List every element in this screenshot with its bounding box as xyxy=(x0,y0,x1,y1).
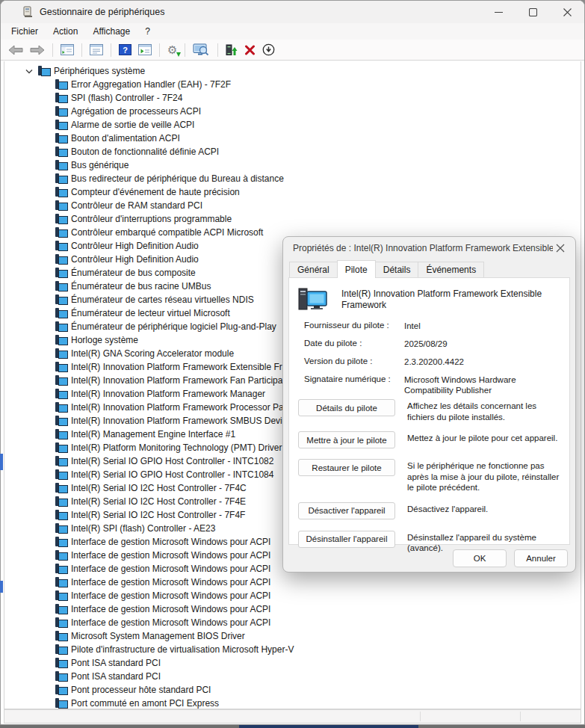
tree-item-label: Interface de gestion Microsoft Windows p… xyxy=(71,590,270,601)
dialog-close-icon[interactable] xyxy=(553,241,568,256)
driver-field-row: Version du pilote : 2.3.20200.4422 xyxy=(304,357,559,367)
tree-item-label: Interface de gestion Microsoft Windows p… xyxy=(71,537,270,547)
driver-action-button[interactable]: Désactiver l'appareil xyxy=(298,502,395,519)
statusbar xyxy=(4,709,581,724)
update-driver-software-icon[interactable]: ⚙ xyxy=(166,43,179,56)
tree-item[interactable]: SPI (flash) Controller - 7F24 xyxy=(4,91,581,105)
export-list-icon[interactable] xyxy=(137,43,153,56)
tree-item-label: Port commuté en amont PCI Express xyxy=(71,698,219,709)
tree-item-label: Interface de gestion Microsoft Windows p… xyxy=(71,564,270,574)
background-bottom xyxy=(0,725,585,728)
properties-icon[interactable] xyxy=(88,43,105,56)
tree-item[interactable]: Agrégation de processeurs ACPI xyxy=(4,105,581,118)
system-device-icon xyxy=(55,671,67,682)
system-device-icon xyxy=(55,160,67,170)
tree-item[interactable]: Interface de gestion Microsoft Windows p… xyxy=(4,602,581,616)
statusbar-divider xyxy=(520,712,521,721)
update-driver-icon[interactable] xyxy=(224,43,239,57)
tree-item[interactable]: Bus redirecteur de périphérique du Burea… xyxy=(4,172,581,185)
system-device-icon xyxy=(55,496,67,507)
show-console-tree-icon[interactable] xyxy=(59,43,75,56)
system-device-icon xyxy=(55,483,67,493)
driver-action-button[interactable]: Désinstaller l'appareil xyxy=(298,531,395,548)
tree-item[interactable]: Interface de gestion Microsoft Windows p… xyxy=(4,616,581,629)
tab-details[interactable]: Détails xyxy=(375,262,419,277)
system-device-icon xyxy=(55,416,67,426)
back-icon[interactable] xyxy=(7,44,25,56)
titlebar[interactable]: Gestionnaire de périphériques xyxy=(1,1,584,23)
menu-item[interactable]: Affichage xyxy=(85,24,137,39)
tree-item-label: Interface de gestion Microsoft Windows p… xyxy=(71,617,270,628)
tree-item-label: Intel(R) GNA Scoring Accelerator module xyxy=(71,348,234,359)
uninstall-device-icon[interactable] xyxy=(243,44,257,56)
tree-item-label: Compteur d'événement de haute précision xyxy=(71,187,240,197)
tree-item[interactable]: Bouton d'alimentation ACPI xyxy=(4,132,581,145)
window-title: Gestionnaire de périphériques xyxy=(40,7,481,17)
tree-item[interactable]: Contrôleur d'interruptions programmable xyxy=(4,212,581,226)
driver-fields: Fournisseur du pilote : Intel Date du pi… xyxy=(304,321,559,403)
tree-item[interactable]: Bus générique xyxy=(4,158,581,172)
ok-button[interactable]: OK xyxy=(453,549,507,567)
system-device-icon xyxy=(55,308,67,318)
computer-device-icon xyxy=(298,287,329,312)
toolbar: ? ⚙ xyxy=(1,40,584,61)
minimize-button[interactable] xyxy=(481,1,516,23)
menu-item[interactable]: Fichier xyxy=(4,24,46,39)
driver-action-button[interactable]: Détails du pilote xyxy=(298,399,395,416)
driver-action-button[interactable]: Mettre à jour le pilote xyxy=(298,431,395,448)
tree-item-label: Énumérateur de lecteur virtuel Microsoft xyxy=(71,308,230,318)
disable-device-icon[interactable] xyxy=(261,43,276,57)
cancel-button[interactable]: Annuler xyxy=(514,549,568,567)
tree-item[interactable]: Alarme de sortie de veille ACPI xyxy=(4,118,581,132)
tab-general[interactable]: Général xyxy=(289,262,338,277)
system-device-icon xyxy=(55,537,67,547)
driver-action-row: Désactiver l'appareil Désactivez l'appar… xyxy=(298,502,560,519)
tree-item[interactable]: Bouton de fonctionnalité définie ACPI xyxy=(4,145,581,158)
driver-action-description: Affichez les détails concernant les fich… xyxy=(407,399,560,422)
system-device-icon xyxy=(55,590,67,601)
system-device-icon xyxy=(55,254,67,265)
scan-hardware-changes-icon[interactable] xyxy=(191,43,211,57)
tree-item[interactable]: Interface de gestion Microsoft Windows p… xyxy=(4,576,581,589)
tree-item[interactable]: Contrôleur de RAM standard PCI xyxy=(4,199,581,212)
system-device-icon xyxy=(55,617,67,628)
field-label: Version du pilote : xyxy=(304,357,404,367)
tree-item-label: Énumérateur de bus racine UMBus xyxy=(71,281,211,291)
forward-icon[interactable] xyxy=(28,44,46,56)
tree-item[interactable]: Microsoft System Management BIOS Driver xyxy=(4,629,581,643)
tree-item[interactable]: Compteur d'événement de haute précision xyxy=(4,185,581,199)
system-device-icon xyxy=(55,106,67,117)
tree-item-label: Error Aggregation Handler (EAH) - 7F2F xyxy=(71,79,231,90)
tree-item-label: Énumérateur de périphérique logiciel Plu… xyxy=(71,321,276,332)
system-device-icon xyxy=(55,510,67,520)
tab-evenements[interactable]: Événements xyxy=(418,262,484,277)
menu-item[interactable]: ? xyxy=(137,24,158,39)
field-label: Date du pilote : xyxy=(304,339,404,349)
tree-item[interactable]: Pilote d'infrastructure de virtualisatio… xyxy=(4,643,581,656)
tree-item-label: Intel(R) Serial IO I2C Host Controller -… xyxy=(71,510,245,520)
driver-action-description: Mettez à jour le pilote pour cet apparei… xyxy=(407,431,557,444)
tree-item[interactable]: Pont ISA standard PCI xyxy=(4,656,581,670)
tree-item-label: Intel(R) Innovation Platform Framework F… xyxy=(71,375,290,386)
system-device-icon xyxy=(55,469,67,480)
chevron-down-icon[interactable] xyxy=(25,67,34,75)
tab-pilote[interactable]: Pilote xyxy=(337,260,376,278)
system-device-icon xyxy=(55,362,67,372)
tree-root-system-devices[interactable]: Périphériques système xyxy=(4,64,581,78)
driver-action-row: Mettre à jour le pilote Mettez à jour le… xyxy=(298,431,560,448)
maximize-button[interactable] xyxy=(516,1,550,23)
close-button[interactable] xyxy=(550,1,584,23)
tree-item[interactable]: Interface de gestion Microsoft Windows p… xyxy=(4,589,581,602)
driver-field-row: Fournisseur du pilote : Intel xyxy=(304,321,559,331)
menu-item[interactable]: Action xyxy=(46,24,85,39)
tree-item[interactable]: Port commuté en amont PCI Express xyxy=(4,697,581,709)
tree-item[interactable]: Pont processeur hôte standard PCI xyxy=(4,683,581,697)
driver-action-button[interactable]: Restaurer le pilote xyxy=(298,459,395,476)
dialog-titlebar[interactable]: Propriétés de : Intel(R) Innovation Plat… xyxy=(283,237,575,259)
tree-item[interactable]: Error Aggregation Handler (EAH) - 7F2F xyxy=(4,78,581,91)
tree-item[interactable]: Pont ISA standard PCI xyxy=(4,670,581,683)
statusbar-divider xyxy=(420,712,421,721)
system-device-icon xyxy=(55,321,67,332)
help-icon[interactable]: ? xyxy=(117,43,133,56)
system-device-icon xyxy=(55,644,67,655)
